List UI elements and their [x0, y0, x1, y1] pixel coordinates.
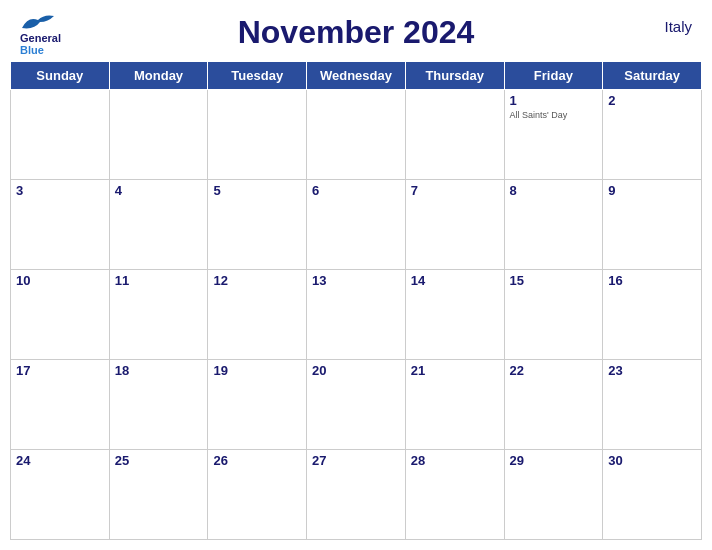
calendar-cell: 14 — [405, 270, 504, 360]
day-number: 15 — [510, 273, 598, 288]
calendar-cell: 1All Saints' Day — [504, 90, 603, 180]
calendar-cell — [208, 90, 307, 180]
day-number: 12 — [213, 273, 301, 288]
header-tuesday: Tuesday — [208, 62, 307, 90]
day-number: 14 — [411, 273, 499, 288]
day-number: 5 — [213, 183, 301, 198]
calendar-cell: 27 — [307, 450, 406, 540]
header-sunday: Sunday — [11, 62, 110, 90]
calendar-cell: 3 — [11, 180, 110, 270]
calendar-cell: 17 — [11, 360, 110, 450]
calendar-cell: 29 — [504, 450, 603, 540]
header-wednesday: Wednesday — [307, 62, 406, 90]
calendar-cell: 23 — [603, 360, 702, 450]
logo-text-line1: General — [20, 32, 61, 44]
calendar-cell: 13 — [307, 270, 406, 360]
calendar-cell: 10 — [11, 270, 110, 360]
week-row-5: 24252627282930 — [11, 450, 702, 540]
day-number: 1 — [510, 93, 598, 108]
day-number: 16 — [608, 273, 696, 288]
calendar-cell — [405, 90, 504, 180]
calendar-cell: 21 — [405, 360, 504, 450]
calendar-cell: 24 — [11, 450, 110, 540]
day-number: 10 — [16, 273, 104, 288]
day-number: 2 — [608, 93, 696, 108]
calendar-cell: 25 — [109, 450, 208, 540]
calendar-cell: 28 — [405, 450, 504, 540]
calendar-table: Sunday Monday Tuesday Wednesday Thursday… — [10, 61, 702, 540]
calendar-cell: 18 — [109, 360, 208, 450]
week-row-3: 10111213141516 — [11, 270, 702, 360]
calendar-cell: 2 — [603, 90, 702, 180]
day-number: 3 — [16, 183, 104, 198]
header-monday: Monday — [109, 62, 208, 90]
day-number: 20 — [312, 363, 400, 378]
calendar-cell — [307, 90, 406, 180]
calendar-cell: 6 — [307, 180, 406, 270]
week-row-1: 1All Saints' Day2 — [11, 90, 702, 180]
calendar-cell — [11, 90, 110, 180]
day-number: 29 — [510, 453, 598, 468]
calendar-cell: 12 — [208, 270, 307, 360]
header-saturday: Saturday — [603, 62, 702, 90]
day-number: 27 — [312, 453, 400, 468]
day-number: 8 — [510, 183, 598, 198]
calendar-cell: 19 — [208, 360, 307, 450]
calendar-cell: 30 — [603, 450, 702, 540]
calendar-cell: 8 — [504, 180, 603, 270]
logo: General Blue — [20, 10, 61, 56]
calendar-cell: 5 — [208, 180, 307, 270]
day-number: 19 — [213, 363, 301, 378]
calendar-cell: 9 — [603, 180, 702, 270]
calendar-cell — [109, 90, 208, 180]
week-row-4: 17181920212223 — [11, 360, 702, 450]
day-number: 13 — [312, 273, 400, 288]
day-number: 7 — [411, 183, 499, 198]
month-title: November 2024 — [238, 14, 475, 51]
day-number: 6 — [312, 183, 400, 198]
day-number: 11 — [115, 273, 203, 288]
holiday-label: All Saints' Day — [510, 110, 598, 120]
day-number: 17 — [16, 363, 104, 378]
calendar-cell: 22 — [504, 360, 603, 450]
calendar-cell: 11 — [109, 270, 208, 360]
calendar-cell: 20 — [307, 360, 406, 450]
day-number: 25 — [115, 453, 203, 468]
calendar-cell: 4 — [109, 180, 208, 270]
day-number: 23 — [608, 363, 696, 378]
day-number: 9 — [608, 183, 696, 198]
day-number: 4 — [115, 183, 203, 198]
day-number: 18 — [115, 363, 203, 378]
day-number: 28 — [411, 453, 499, 468]
weekday-header-row: Sunday Monday Tuesday Wednesday Thursday… — [11, 62, 702, 90]
country-label: Italy — [664, 18, 692, 35]
day-number: 24 — [16, 453, 104, 468]
day-number: 30 — [608, 453, 696, 468]
week-row-2: 3456789 — [11, 180, 702, 270]
day-number: 21 — [411, 363, 499, 378]
header-thursday: Thursday — [405, 62, 504, 90]
calendar-header: General Blue November 2024 Italy — [10, 10, 702, 55]
header-friday: Friday — [504, 62, 603, 90]
logo-text-line2: Blue — [20, 44, 44, 56]
calendar-cell: 7 — [405, 180, 504, 270]
calendar-cell: 16 — [603, 270, 702, 360]
calendar-cell: 15 — [504, 270, 603, 360]
day-number: 26 — [213, 453, 301, 468]
calendar-cell: 26 — [208, 450, 307, 540]
day-number: 22 — [510, 363, 598, 378]
